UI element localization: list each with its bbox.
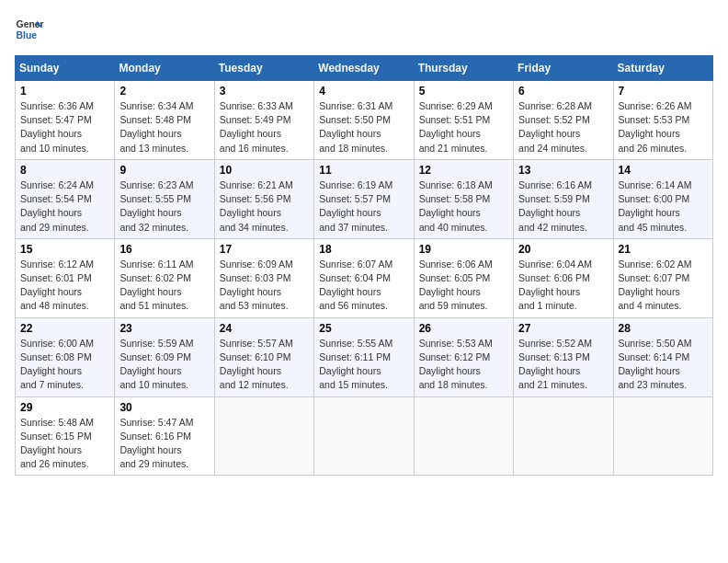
day-info: Sunrise: 5:50 AMSunset: 6:14 PMDaylight …: [619, 338, 692, 391]
day-number: 6: [518, 85, 608, 98]
day-info: Sunrise: 6:04 AMSunset: 6:06 PMDaylight …: [518, 259, 592, 312]
calendar-cell: 5Sunrise: 6:29 AMSunset: 5:51 PMDaylight…: [414, 81, 513, 160]
day-info: Sunrise: 6:12 AMSunset: 6:01 PMDaylight …: [20, 259, 94, 312]
calendar-cell: 17Sunrise: 6:09 AMSunset: 6:03 PMDayligh…: [214, 238, 313, 317]
col-header-wednesday: Wednesday: [314, 56, 414, 81]
day-number: 18: [319, 243, 408, 256]
day-number: 16: [119, 243, 209, 256]
day-info: Sunrise: 6:16 AMSunset: 5:59 PMDaylight …: [518, 179, 592, 233]
day-info: Sunrise: 6:34 AMSunset: 5:48 PMDaylight …: [119, 100, 193, 154]
day-number: 24: [220, 322, 309, 335]
day-info: Sunrise: 6:14 AMSunset: 6:00 PMDaylight …: [619, 179, 692, 233]
calendar-cell: 9Sunrise: 6:23 AMSunset: 5:55 PMDaylight…: [115, 159, 214, 238]
day-info: Sunrise: 5:53 AMSunset: 6:12 PMDaylight …: [419, 338, 493, 391]
day-number: 22: [20, 322, 109, 335]
calendar-cell: 30Sunrise: 5:47 AMSunset: 6:16 PMDayligh…: [115, 396, 214, 476]
day-info: Sunrise: 6:33 AMSunset: 5:49 PMDaylight …: [220, 100, 293, 154]
logo: General Blue: [15, 15, 44, 44]
calendar-cell: [314, 396, 414, 476]
day-info: Sunrise: 6:18 AMSunset: 5:58 PMDaylight …: [419, 179, 493, 233]
calendar-cell: 16Sunrise: 6:11 AMSunset: 6:02 PMDayligh…: [115, 238, 214, 317]
day-number: 5: [419, 85, 508, 98]
page-header: General Blue: [15, 15, 713, 44]
day-info: Sunrise: 6:09 AMSunset: 6:03 PMDaylight …: [220, 259, 293, 312]
day-info: Sunrise: 6:31 AMSunset: 5:50 PMDaylight …: [319, 100, 392, 154]
day-info: Sunrise: 6:29 AMSunset: 5:51 PMDaylight …: [419, 100, 493, 154]
day-info: Sunrise: 6:36 AMSunset: 5:47 PMDaylight …: [20, 100, 94, 154]
day-number: 1: [20, 85, 109, 98]
calendar-cell: 15Sunrise: 6:12 AMSunset: 6:01 PMDayligh…: [16, 238, 115, 317]
day-info: Sunrise: 6:02 AMSunset: 6:07 PMDaylight …: [619, 259, 692, 312]
day-number: 11: [319, 164, 408, 177]
day-number: 23: [119, 322, 209, 335]
logo-icon: General Blue: [15, 15, 44, 44]
col-header-saturday: Saturday: [613, 56, 712, 81]
day-info: Sunrise: 6:07 AMSunset: 6:04 PMDaylight …: [319, 259, 392, 312]
calendar-cell: [214, 396, 313, 476]
day-number: 25: [319, 322, 408, 335]
day-number: 29: [20, 401, 109, 414]
day-info: Sunrise: 5:57 AMSunset: 6:10 PMDaylight …: [220, 338, 293, 391]
calendar-cell: 21Sunrise: 6:02 AMSunset: 6:07 PMDayligh…: [613, 238, 712, 317]
calendar-header-row: SundayMondayTuesdayWednesdayThursdayFrid…: [16, 56, 713, 81]
day-info: Sunrise: 6:19 AMSunset: 5:57 PMDaylight …: [319, 179, 392, 233]
calendar-cell: 19Sunrise: 6:06 AMSunset: 6:05 PMDayligh…: [414, 238, 513, 317]
calendar-week-row: 1Sunrise: 6:36 AMSunset: 5:47 PMDaylight…: [16, 81, 713, 160]
calendar-cell: 10Sunrise: 6:21 AMSunset: 5:56 PMDayligh…: [214, 159, 313, 238]
day-info: Sunrise: 6:28 AMSunset: 5:52 PMDaylight …: [518, 100, 592, 154]
col-header-sunday: Sunday: [16, 56, 115, 81]
day-info: Sunrise: 6:23 AMSunset: 5:55 PMDaylight …: [119, 179, 193, 233]
calendar-cell: [414, 396, 513, 476]
day-info: Sunrise: 5:47 AMSunset: 6:16 PMDaylight …: [119, 417, 193, 470]
calendar-cell: 1Sunrise: 6:36 AMSunset: 5:47 PMDaylight…: [16, 81, 115, 160]
day-number: 8: [20, 164, 109, 177]
calendar-week-row: 15Sunrise: 6:12 AMSunset: 6:01 PMDayligh…: [16, 238, 713, 317]
day-info: Sunrise: 6:06 AMSunset: 6:05 PMDaylight …: [419, 259, 493, 312]
calendar-week-row: 22Sunrise: 6:00 AMSunset: 6:08 PMDayligh…: [16, 317, 713, 396]
day-number: 26: [419, 322, 508, 335]
calendar-cell: 26Sunrise: 5:53 AMSunset: 6:12 PMDayligh…: [414, 317, 513, 396]
day-info: Sunrise: 6:24 AMSunset: 5:54 PMDaylight …: [20, 179, 94, 233]
calendar-cell: 2Sunrise: 6:34 AMSunset: 5:48 PMDaylight…: [115, 81, 214, 160]
day-number: 21: [619, 243, 708, 256]
day-number: 14: [619, 164, 708, 177]
col-header-friday: Friday: [514, 56, 613, 81]
calendar-cell: 24Sunrise: 5:57 AMSunset: 6:10 PMDayligh…: [214, 317, 313, 396]
day-info: Sunrise: 5:52 AMSunset: 6:13 PMDaylight …: [518, 338, 592, 391]
calendar-cell: 11Sunrise: 6:19 AMSunset: 5:57 PMDayligh…: [314, 159, 414, 238]
calendar-cell: 23Sunrise: 5:59 AMSunset: 6:09 PMDayligh…: [115, 317, 214, 396]
day-number: 9: [119, 164, 209, 177]
day-info: Sunrise: 5:48 AMSunset: 6:15 PMDaylight …: [20, 417, 94, 470]
calendar-table: SundayMondayTuesdayWednesdayThursdayFrid…: [15, 55, 713, 476]
day-info: Sunrise: 6:11 AMSunset: 6:02 PMDaylight …: [119, 259, 193, 312]
day-number: 2: [119, 85, 209, 98]
calendar-cell: 7Sunrise: 6:26 AMSunset: 5:53 PMDaylight…: [613, 81, 712, 160]
calendar-cell: 29Sunrise: 5:48 AMSunset: 6:15 PMDayligh…: [16, 396, 115, 476]
calendar-cell: 8Sunrise: 6:24 AMSunset: 5:54 PMDaylight…: [16, 159, 115, 238]
day-number: 17: [220, 243, 309, 256]
day-number: 3: [220, 85, 309, 98]
col-header-thursday: Thursday: [414, 56, 513, 81]
day-number: 30: [119, 401, 209, 414]
col-header-monday: Monday: [115, 56, 214, 81]
day-info: Sunrise: 5:59 AMSunset: 6:09 PMDaylight …: [119, 338, 193, 391]
calendar-cell: 4Sunrise: 6:31 AMSunset: 5:50 PMDaylight…: [314, 81, 414, 160]
day-number: 19: [419, 243, 508, 256]
calendar-week-row: 8Sunrise: 6:24 AMSunset: 5:54 PMDaylight…: [16, 159, 713, 238]
calendar-cell: 27Sunrise: 5:52 AMSunset: 6:13 PMDayligh…: [514, 317, 613, 396]
calendar-week-row: 29Sunrise: 5:48 AMSunset: 6:15 PMDayligh…: [16, 396, 713, 476]
calendar-cell: 22Sunrise: 6:00 AMSunset: 6:08 PMDayligh…: [16, 317, 115, 396]
svg-text:Blue: Blue: [17, 30, 38, 40]
day-number: 27: [518, 322, 608, 335]
calendar-cell: [514, 396, 613, 476]
calendar-cell: 14Sunrise: 6:14 AMSunset: 6:00 PMDayligh…: [613, 159, 712, 238]
calendar-cell: 28Sunrise: 5:50 AMSunset: 6:14 PMDayligh…: [613, 317, 712, 396]
day-number: 20: [518, 243, 608, 256]
day-info: Sunrise: 6:00 AMSunset: 6:08 PMDaylight …: [20, 338, 94, 391]
day-number: 15: [20, 243, 109, 256]
day-number: 13: [518, 164, 608, 177]
calendar-cell: 20Sunrise: 6:04 AMSunset: 6:06 PMDayligh…: [514, 238, 613, 317]
day-number: 28: [619, 322, 708, 335]
day-info: Sunrise: 6:21 AMSunset: 5:56 PMDaylight …: [220, 179, 293, 233]
calendar-cell: [613, 396, 712, 476]
